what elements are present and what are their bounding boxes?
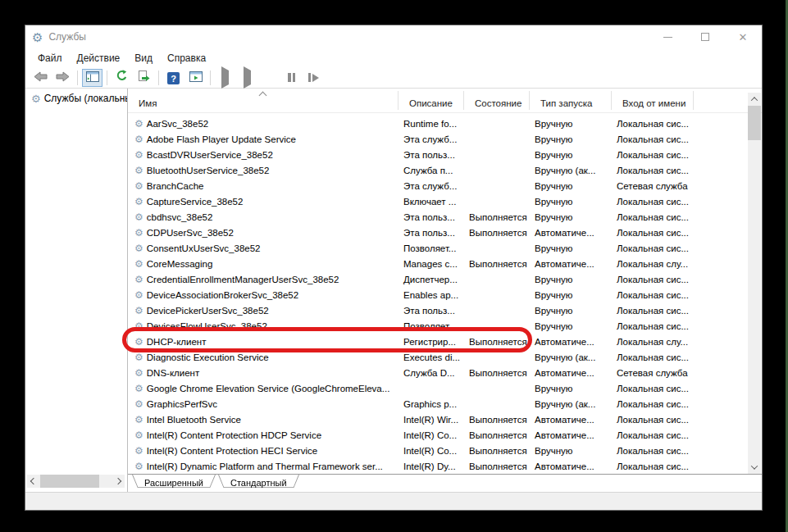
service-description: Intel(R) Dy... xyxy=(399,462,464,471)
service-gear-icon: ⚙ xyxy=(134,259,143,269)
console-content: ⚙ Службы (локальные) ИмяОписаниеСостояни… xyxy=(25,89,762,510)
table-row[interactable]: ⚙Intel Bluetooth ServiceIntel(R) Wir...В… xyxy=(128,412,762,427)
service-name-cell: ⚙Diagnostic Execution Service xyxy=(128,352,399,362)
service-logon-as: Локальная сис... xyxy=(612,384,694,393)
service-description: Intel(R) Wir... xyxy=(399,415,464,425)
table-row[interactable]: ⚙ConsentUxUserSvc_38e52Позволяет...Вручн… xyxy=(128,240,762,256)
back-icon xyxy=(34,70,48,85)
scroll-right-button[interactable] xyxy=(112,475,125,488)
service-description: Runtime fo... xyxy=(399,119,464,129)
service-name: BcastDVRUserService_38e52 xyxy=(147,150,273,160)
resume-service-button[interactable] xyxy=(237,69,257,87)
scroll-down-button[interactable] xyxy=(748,461,761,474)
table-row[interactable]: ⚙CoreMessagingManages c...ВыполняетсяАвт… xyxy=(128,256,762,271)
service-name-cell: ⚙DevicePickerUserSvc_38e52 xyxy=(128,306,399,316)
start-service-button[interactable] xyxy=(215,69,235,87)
service-startup-type: Вручную (ак... xyxy=(530,166,612,175)
service-logon-as: Локальная сис... xyxy=(612,446,694,456)
scrollbar-thumb[interactable] xyxy=(40,475,99,488)
service-gear-icon: ⚙ xyxy=(134,446,143,456)
table-row[interactable]: ⚙DeviceAssociationBrokerSvc_38e52Enables… xyxy=(128,287,762,302)
table-row[interactable]: ⚙CredentialEnrollmentManagerUserSvc_38e5… xyxy=(128,271,762,287)
column-header-4[interactable]: Вход от имени xyxy=(612,89,694,112)
table-row[interactable]: ⚙AarSvc_38e52Runtime fo...ВручнуюЛокальн… xyxy=(128,116,762,131)
service-name-cell: ⚙DeviceAssociationBrokerSvc_38e52 xyxy=(128,290,399,300)
table-row[interactable]: ⚙GraphicsPerfSvcGraphics p...Вручную (ак… xyxy=(128,396,762,412)
tree-item-services-local[interactable]: ⚙ Службы (локальные) xyxy=(25,89,127,104)
service-gear-icon: ⚙ xyxy=(134,352,143,362)
service-description: Intel(R) Co... xyxy=(399,430,464,440)
table-row-dhcp-client[interactable]: ⚙DHCP-клиентРегистрир...ВыполняетсяАвтом… xyxy=(128,334,762,349)
maximize-button[interactable] xyxy=(686,25,724,48)
table-row[interactable]: ⚙BcastDVRUserService_38e52Эта польз...Вр… xyxy=(128,147,762,162)
service-gear-icon: ⚙ xyxy=(134,134,143,144)
service-gear-icon: ⚙ xyxy=(134,181,143,191)
column-header-2[interactable]: Состояние xyxy=(464,89,530,112)
table-row[interactable]: ⚙CaptureService_38e52Включает ...Вручную… xyxy=(128,193,762,209)
tab-standard[interactable]: Стандартный xyxy=(218,475,299,490)
table-row[interactable]: ⚙BranchCacheЭта служб...ВручнуюСетевая с… xyxy=(128,178,762,193)
list-vertical-scrollbar[interactable] xyxy=(748,93,761,474)
console-tree-pane: ⚙ Службы (локальные) xyxy=(25,89,128,492)
service-name: Intel(R) Content Protection HECI Service xyxy=(147,446,317,456)
service-name: CDPUserSvc_38e52 xyxy=(147,228,234,238)
scroll-up-button[interactable] xyxy=(748,93,761,106)
table-row[interactable]: ⚙cbdhsvc_38e52Эта польз...ВыполняетсяВру… xyxy=(128,209,762,225)
service-logon-as: Локальная сис... xyxy=(612,275,694,284)
service-startup-type: Вручную xyxy=(530,212,612,222)
table-row[interactable]: ⚙Intel(R) Dynamic Platform and Thermal F… xyxy=(128,458,762,474)
service-name-cell: ⚙ConsentUxUserSvc_38e52 xyxy=(128,243,399,253)
service-logon-as: Локальная сис... xyxy=(612,197,694,207)
tab-extended[interactable]: Расширенный xyxy=(132,475,216,490)
scroll-left-button[interactable] xyxy=(27,475,40,488)
table-row[interactable]: ⚙DevicesFlowUserSvc_38e52Позволяет...Вру… xyxy=(128,318,762,334)
refresh-button[interactable] xyxy=(112,69,132,87)
table-row[interactable]: ⚙Diagnostic Execution ServiceExecutes di… xyxy=(128,349,762,365)
service-gear-icon: ⚙ xyxy=(134,384,143,393)
menu-view[interactable]: Вид xyxy=(127,50,160,66)
service-gear-icon: ⚙ xyxy=(134,415,143,425)
table-row[interactable]: ⚙DevicePickerUserSvc_38e52Эта польз...Вр… xyxy=(128,302,762,318)
show-console-tree-button[interactable] xyxy=(82,69,102,87)
back-button[interactable] xyxy=(30,69,51,87)
table-row[interactable]: ⚙Adobe Flash Player Update ServiceЭта сл… xyxy=(128,131,762,147)
table-row[interactable]: ⚙Intel(R) Content Protection HECI Servic… xyxy=(128,443,762,458)
scrollbar-thumb[interactable] xyxy=(748,106,761,140)
restart-service-button[interactable] xyxy=(303,69,324,87)
forward-button[interactable] xyxy=(52,69,73,87)
menu-action[interactable]: Действие xyxy=(70,50,128,66)
service-status: Выполняется xyxy=(464,259,530,269)
chevron-right-icon xyxy=(115,478,121,484)
service-gear-icon: ⚙ xyxy=(134,166,143,175)
table-row[interactable]: ⚙Intel(R) Content Protection HDCP Servic… xyxy=(128,427,762,443)
service-description: Enables ap... xyxy=(399,290,464,300)
table-row[interactable]: ⚙DNS-клиентСлужба D...ВыполняетсяАвтомат… xyxy=(128,365,762,380)
column-header-1[interactable]: Описание xyxy=(399,89,464,112)
refresh-icon xyxy=(116,70,128,85)
menu-help[interactable]: Справка xyxy=(160,50,213,66)
close-button[interactable]: ✕ xyxy=(724,25,762,48)
stop-service-button[interactable] xyxy=(259,69,280,87)
table-row[interactable]: ⚙Google Chrome Elevation Service (Google… xyxy=(128,380,762,396)
service-logon-as: Локальная сис... xyxy=(612,290,694,300)
service-logon-as: Локальная сис... xyxy=(612,352,694,362)
service-logon-as: Локальная сис... xyxy=(612,399,694,409)
tree-horizontal-scrollbar[interactable] xyxy=(27,475,125,488)
service-description: Регистрир... xyxy=(399,337,464,347)
table-row[interactable]: ⚙CDPUserSvc_38e52Эта польз...Выполняется… xyxy=(128,225,762,240)
column-header-0[interactable]: Имя xyxy=(128,89,399,112)
table-row[interactable]: ⚙BluetoothUserService_38e52Служба п...Вр… xyxy=(128,162,762,178)
export-list-button[interactable] xyxy=(134,69,154,87)
service-logon-as: Сетевая служба xyxy=(612,181,694,191)
minimize-button[interactable] xyxy=(649,25,686,48)
service-status: Выполняется xyxy=(464,212,530,222)
service-status: Выполняется xyxy=(464,430,530,440)
service-name: Adobe Flash Player Update Service xyxy=(147,134,296,144)
pause-service-button[interactable] xyxy=(281,69,302,87)
help-button[interactable]: ? xyxy=(163,69,184,87)
column-header-3[interactable]: Тип запуска xyxy=(530,89,612,112)
service-status: Выполняется xyxy=(464,415,530,425)
menu-file[interactable]: Файл xyxy=(30,50,70,66)
show-action-pane-button[interactable] xyxy=(185,69,206,87)
service-gear-icon: ⚙ xyxy=(134,399,143,409)
